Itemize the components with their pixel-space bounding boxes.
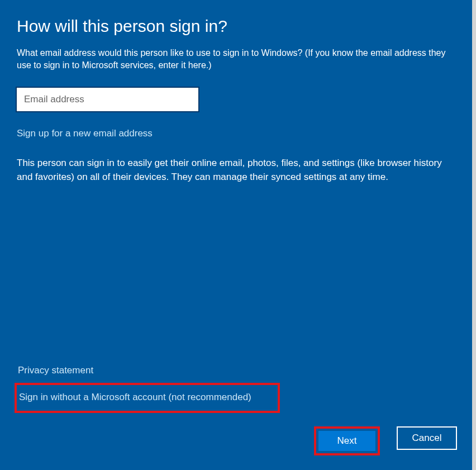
email-input[interactable]: [17, 88, 198, 111]
dialog-subtitle: What email address would this person lik…: [17, 47, 459, 72]
annotation-highlight-no-account: Sign in without a Microsoft account (not…: [15, 383, 280, 413]
dialog-title: How will this person sign in?: [17, 17, 459, 36]
privacy-statement-link[interactable]: Privacy statement: [18, 365, 459, 376]
annotation-highlight-next: Next: [314, 426, 380, 455]
sign-in-without-account-link[interactable]: Sign in without a Microsoft account (not…: [19, 392, 251, 403]
vertical-scrollbar[interactable]: [472, 0, 476, 470]
next-button[interactable]: Next: [318, 431, 375, 451]
signup-new-email-link[interactable]: Sign up for a new email address: [17, 128, 459, 139]
sync-description: This person can sign in to easily get th…: [17, 156, 459, 184]
cancel-button[interactable]: Cancel: [397, 426, 457, 450]
